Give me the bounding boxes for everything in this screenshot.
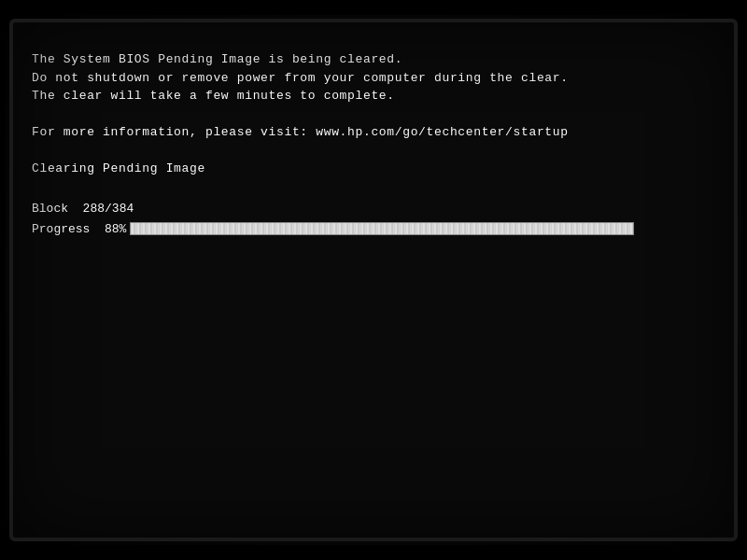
block-counter-line: Block 288 / 384 — [32, 200, 715, 218]
progress-label: Progress — [32, 220, 105, 239]
progress-percent: 88% — [105, 220, 126, 239]
bios-url-line: For more information, please visit: www.… — [32, 123, 715, 142]
bios-message-line3: The clear will take a few minutes to com… — [32, 87, 715, 105]
progress-bar-container — [130, 222, 634, 235]
block-current: 288 — [83, 200, 105, 218]
bios-message-line1: The System BIOS Pending Image is being c… — [32, 50, 715, 69]
clearing-label: Clearing Pending Image — [32, 160, 715, 178]
bios-spacer2 — [32, 178, 715, 197]
bios-message-line2: Do not shutdown or remove power from you… — [32, 69, 715, 88]
bios-spacer — [32, 142, 715, 161]
progress-line: Progress 88% — [32, 220, 715, 239]
bios-screen: The System BIOS Pending Image is being c… — [9, 19, 738, 541]
block-label: Block — [32, 200, 83, 218]
block-separator: / — [105, 200, 112, 218]
progress-bar — [130, 222, 634, 235]
bios-message-line4 — [32, 105, 715, 124]
block-total: 384 — [112, 200, 134, 218]
